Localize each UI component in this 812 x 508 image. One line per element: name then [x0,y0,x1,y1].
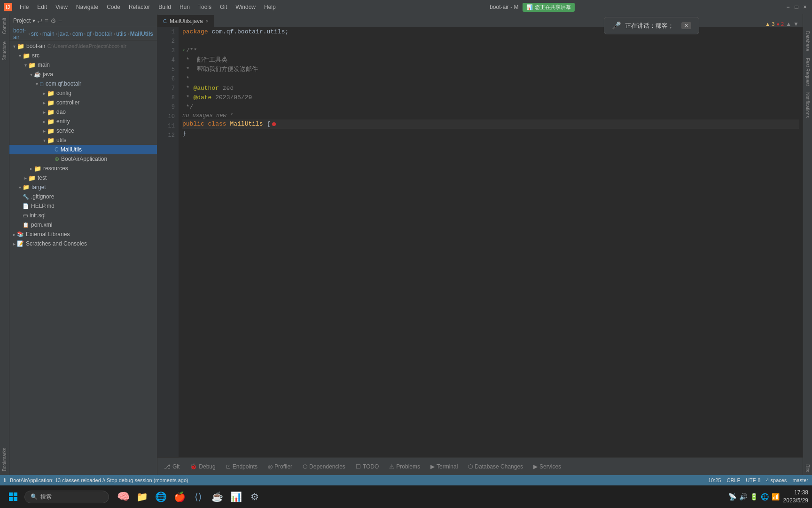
start-button[interactable] [4,487,23,506]
bits-tab[interactable]: Bits [804,461,811,475]
taskbar-app-intellij[interactable]: 🧠 [115,488,132,505]
bottom-tab-problems-label: Problems [396,463,420,470]
tree-item-bootairapplication[interactable]: ⊕ BootAirApplication [9,154,157,164]
tree-item-resources[interactable]: ▸ 📁 resources [9,164,157,173]
bottom-tab-services[interactable]: ▶ Services [529,460,566,473]
menu-window[interactable]: Window [232,3,259,11]
breadcrumb-main[interactable]: main [42,31,55,37]
tree-item-main[interactable]: ▾ 📁 main [9,60,157,70]
bottom-tab-profiler[interactable]: ◎ Profiler [263,460,297,473]
tree-item-mailutils[interactable]: C MailUtils [9,145,157,154]
notifications-tab[interactable]: Notifications [804,89,811,120]
code-line-5: * 帮助我们方便发送邮件 [182,65,799,74]
endpoints-icon: ⊡ [226,463,231,470]
left-vertical-tabs: Commit Structure Bookmarks [0,14,9,475]
minimize-button[interactable]: − [785,4,791,10]
taskbar-app-app7[interactable]: ⚙ [246,488,263,505]
tree-arrow: ▾ [17,53,23,58]
menu-file[interactable]: File [16,3,32,11]
bottom-tab-git[interactable]: ⎇ Git [159,460,184,473]
taskbar-app-chrome[interactable]: 🌐 [152,488,169,505]
breadcrumb-com[interactable]: com [72,31,83,37]
folder-icon: 📁 [47,99,55,106]
menu-refactor[interactable]: Refactor [125,3,154,11]
taskbar-app-app5[interactable]: ☕ [209,488,226,505]
tree-item-helpmd[interactable]: 📄 HELP.md [9,201,157,211]
content-area: Project ▾ ⇄ ≡ ⚙ − boot-air › src › main … [9,14,812,475]
tree-item-test[interactable]: ▸ 📁 test [9,173,157,183]
tree-item-config[interactable]: ▸ 📁 config [9,88,157,98]
sync-icon[interactable]: ⇄ [37,17,43,24]
menu-edit[interactable]: Edit [33,3,51,11]
close-panel-icon[interactable]: − [58,17,62,24]
code-editor[interactable]: 1 2 3 4 5 6 7 8 9 10 11 12 [157,27,803,457]
menu-help[interactable]: Help [260,3,280,11]
menu-git[interactable]: Git [216,3,231,11]
settings-icon[interactable]: ⚙ [50,17,56,24]
tree-item-boot-air[interactable]: ▾ 📁 boot-air C:\Users\zed\IdeaProjects\b… [9,41,157,51]
java-folder-icon: ☕ [34,71,41,78]
tree-item-external-libs[interactable]: ▸ 📚 External Libraries [9,230,157,239]
voice-close-button[interactable]: ✕ [681,22,691,29]
tree-item-service[interactable]: ▸ 📁 service [9,126,157,135]
bottom-tab-endpoints[interactable]: ⊡ Endpoints [221,460,262,473]
menu-tools[interactable]: Tools [195,3,215,11]
tree-item-scratches[interactable]: ▸ 📝 Scratches and Consoles [9,239,157,248]
taskbar-search[interactable]: 🔍 搜索 [24,491,109,503]
system-tray: 📡 🔊 🔋 🌐 📶 [728,493,780,500]
tree-item-target[interactable]: ▾ 📁 target [9,183,157,192]
tree-item-initsql[interactable]: 🗃 init.sql [9,211,157,220]
tab-close-icon[interactable]: × [206,19,209,24]
fast-request-tab[interactable]: Fast Request [804,55,811,88]
taskbar-app-idea2[interactable]: ⟨⟩ [190,488,207,505]
tree-arrow: ▸ [11,232,17,237]
breadcrumb-bootair[interactable]: bootair [95,31,113,37]
breadcrumb-boot-air[interactable]: boot-air [13,27,27,40]
breadcrumb-utils[interactable]: utils [116,31,126,37]
code-content[interactable]: package com.qf.bootair.utils; ▾ /** * 邮件… [179,27,803,457]
tree-item-java[interactable]: ▾ ☕ java [9,70,157,79]
tree-item-entity[interactable]: ▸ 📁 entity [9,117,157,126]
code-line-7: * @author zed [182,84,799,93]
bottom-tab-dependencies[interactable]: ⬡ Dependencies [298,460,350,473]
close-button[interactable]: × [802,4,808,10]
bottom-tab-profiler-label: Profiler [274,463,292,470]
tree-item-controller[interactable]: ▸ 📁 controller [9,98,157,107]
tree-item-gitignore[interactable]: 🔧 .gitignore [9,192,157,201]
taskbar-app-windows-explorer[interactable]: 📁 [133,488,150,505]
bottom-tab-todo[interactable]: ☐ TODO [351,460,383,473]
breadcrumb-qf[interactable]: qf [87,31,92,37]
structure-tab[interactable]: Structure [0,38,8,64]
breadcrumb-mailutils[interactable]: MailUtils [130,31,153,37]
menu-run[interactable]: Run [176,3,194,11]
bottom-tab-terminal[interactable]: ▶ Terminal [426,460,462,473]
tree-item-utils[interactable]: ▾ 📁 utils [9,135,157,145]
collapse-icon[interactable]: ≡ [45,17,48,24]
menu-code[interactable]: Code [103,3,124,11]
clock-time: 17:38 [783,489,808,497]
bottom-tab-debug[interactable]: 🐞 Debug [185,460,220,473]
bottom-tab-problems[interactable]: ⚠ Problems [384,460,425,473]
maximize-button[interactable]: □ [793,4,800,10]
scroll-down-icon[interactable]: ▼ [793,21,799,27]
tree-label: main [38,62,50,68]
tree-item-pomxml[interactable]: 📋 pom.xml [9,220,157,230]
tree-arrow: ▸ [41,100,47,105]
taskbar-app-macos[interactable]: 🍎 [171,488,188,505]
breadcrumb-java[interactable]: java [58,31,69,37]
editor-tab-mailutils[interactable]: C MailUtils.java × [157,15,214,27]
bottom-tab-dbchanges[interactable]: ⬡ Database Changes [463,460,528,473]
commit-tab[interactable]: Commit [0,14,8,38]
menu-build[interactable]: Build [155,3,175,11]
menu-navigate[interactable]: Navigate [72,3,102,11]
breadcrumb-src[interactable]: src [31,31,39,37]
bookmarks-tab[interactable]: Bookmarks [0,444,8,475]
taskbar-app-app6[interactable]: 📊 [227,488,244,505]
fold-icon[interactable]: ▾ [182,46,185,56]
tree-item-dao[interactable]: ▸ 📁 dao [9,107,157,117]
database-tab[interactable]: Database [804,28,811,54]
tree-item-src[interactable]: ▾ 📁 src [9,51,157,60]
tree-item-package[interactable]: ▾ ◻ com.qf.bootair [9,79,157,88]
menu-view[interactable]: View [52,3,71,11]
scroll-up-icon[interactable]: ▲ [786,21,791,27]
